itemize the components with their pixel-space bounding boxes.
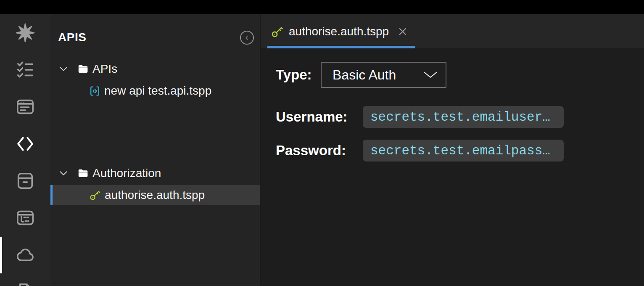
chevron-down-icon bbox=[424, 72, 437, 79]
activity-item-archive[interactable] bbox=[0, 162, 50, 199]
archive-box-icon bbox=[16, 171, 35, 191]
chevron-down-icon bbox=[58, 64, 69, 74]
tab-label: authorise.auth.tspp bbox=[289, 25, 389, 38]
tree-item-label: authorise.auth.tspp bbox=[105, 188, 205, 202]
auth-type-value: Basic Auth bbox=[333, 67, 396, 83]
tree-item-authorization-folder[interactable]: Authorization bbox=[50, 163, 260, 183]
key-icon bbox=[89, 189, 101, 201]
browser-window-icon bbox=[16, 97, 35, 117]
password-row: Password: secrets.test.emailpass… bbox=[261, 140, 644, 162]
tree-item-label: new api test.api.tspp bbox=[104, 84, 211, 98]
close-tab-button[interactable] bbox=[396, 25, 409, 38]
sparkle-icon bbox=[16, 23, 35, 42]
api-brackets-icon bbox=[89, 85, 100, 97]
tree-item-new-api-file[interactable]: new api test.api.tspp bbox=[50, 81, 260, 101]
type-row: Type: Basic Auth bbox=[261, 62, 644, 88]
auth-form: Type: Basic Auth Username: secrets.test.… bbox=[261, 48, 644, 286]
tree-item-authorise-auth-file[interactable]: authorise.auth.tspp bbox=[50, 185, 260, 205]
tree-item-label: APIs bbox=[92, 62, 117, 76]
activity-item-checklist[interactable] bbox=[0, 51, 50, 88]
window-titlebar bbox=[0, 0, 644, 14]
chevron-down-icon bbox=[58, 168, 69, 179]
tree-item-apis-folder[interactable]: APIs bbox=[50, 59, 260, 79]
key-icon bbox=[271, 25, 284, 38]
activity-item-code[interactable] bbox=[0, 125, 50, 162]
password-value: secrets.test.emailpass… bbox=[370, 143, 550, 158]
folder-icon bbox=[77, 64, 89, 74]
username-value: secrets.test.emailuser… bbox=[370, 110, 550, 124]
collapse-panel-button[interactable] bbox=[240, 31, 254, 45]
editor-area: authorise.auth.tspp Type: Basic Auth Use… bbox=[261, 14, 644, 286]
activity-item-browser[interactable] bbox=[0, 88, 50, 125]
explorer-panel: APIS APIs new api test.api.tspp Author bbox=[50, 14, 261, 286]
username-row: Username: secrets.test.emailuser… bbox=[261, 106, 644, 128]
document-icon bbox=[16, 282, 35, 286]
username-field[interactable]: secrets.test.emailuser… bbox=[363, 106, 564, 128]
activity-item-cloud[interactable] bbox=[0, 236, 50, 273]
panel-title: APIS bbox=[58, 31, 86, 44]
cloud-icon bbox=[16, 245, 35, 265]
activity-item-sparkle[interactable] bbox=[0, 14, 50, 51]
explorer-header: APIS bbox=[50, 29, 260, 46]
app-window: { "colors": { "accent_blue": "#4a90d9", … bbox=[0, 0, 644, 286]
close-icon bbox=[397, 26, 408, 37]
auth-type-dropdown[interactable]: Basic Auth bbox=[321, 62, 446, 88]
terminal-card-icon bbox=[16, 208, 35, 228]
activity-item-terminal[interactable] bbox=[0, 199, 50, 236]
tab-authorise-auth-tspp[interactable]: authorise.auth.tspp bbox=[267, 14, 415, 48]
tab-bar: authorise.auth.tspp bbox=[261, 14, 644, 48]
password-label: Password: bbox=[276, 140, 346, 162]
username-label: Username: bbox=[276, 106, 348, 128]
checklist-icon bbox=[16, 60, 35, 79]
activity-bar bbox=[0, 14, 50, 286]
code-icon bbox=[16, 134, 35, 154]
type-label: Type: bbox=[276, 62, 312, 88]
folder-icon bbox=[77, 168, 89, 178]
password-field[interactable]: secrets.test.emailpass… bbox=[363, 140, 564, 162]
chevron-left-icon bbox=[244, 34, 250, 41]
activity-item-document[interactable] bbox=[0, 273, 50, 286]
tree-item-label: Authorization bbox=[92, 167, 161, 180]
